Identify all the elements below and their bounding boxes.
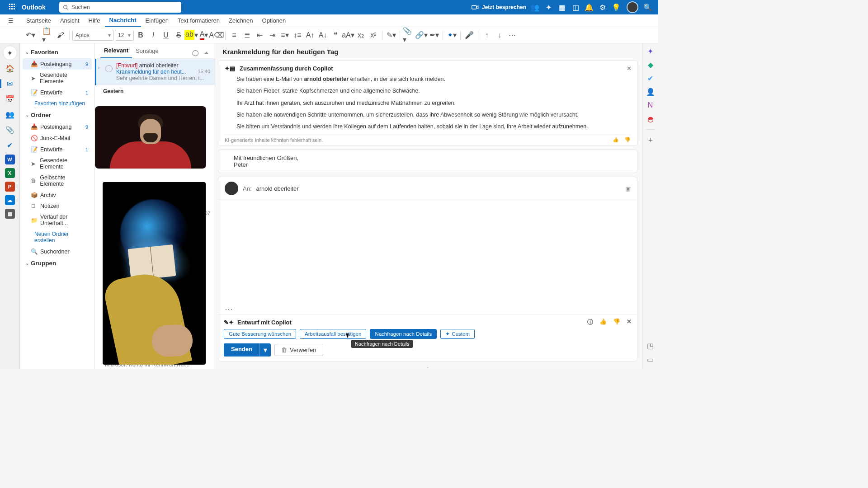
thumbs-down-icon[interactable]: 👎 — [613, 318, 620, 326]
notifications-icon[interactable]: 🔔 — [582, 0, 596, 14]
tab-nachricht[interactable]: Nachricht — [105, 14, 141, 27]
teams-icon[interactable]: 👥 — [528, 0, 542, 14]
select-checkbox[interactable] — [105, 65, 113, 72]
numbering-icon[interactable]: ≣ — [241, 29, 253, 41]
subscript-icon[interactable]: x₂ — [355, 29, 367, 41]
tab-zeichnen[interactable]: Zeichnen — [224, 14, 257, 27]
copilot-rail-icon[interactable]: ✦ — [3, 46, 17, 60]
folder-drafts[interactable]: 📝Entwürfe1 — [23, 144, 92, 155]
important-up-icon[interactable]: ↑ — [481, 29, 493, 41]
filter-icon[interactable]: ⫨ — [203, 49, 209, 56]
tab-einfuegen[interactable]: Einfügen — [141, 14, 173, 27]
quote-icon[interactable]: ❝ — [330, 29, 341, 41]
outdent-icon[interactable]: ⇤ — [254, 29, 265, 41]
tab-ansicht[interactable]: Ansicht — [56, 14, 84, 27]
tab-focused[interactable]: Relevant — [100, 47, 132, 58]
increase-font-icon[interactable]: A↑ — [304, 29, 316, 41]
format-painter-icon[interactable]: 🖌 — [55, 29, 66, 41]
add-app-icon[interactable]: ＋ — [646, 135, 656, 145]
fav-inbox[interactable]: 📥Posteingang9 — [23, 58, 92, 70]
folder-junk[interactable]: 🚫Junk-E-Mail — [23, 132, 92, 144]
discard-button[interactable]: 🗑Verwerfen — [274, 344, 323, 356]
collapse-handle-icon[interactable]: ⌄ — [216, 364, 639, 369]
highlight-icon[interactable]: ab▾ — [185, 29, 197, 41]
expand-thread-icon[interactable]: › — [98, 65, 99, 70]
change-case-icon[interactable]: aA▾ — [342, 29, 354, 41]
dictate-icon[interactable]: 🎤 — [463, 29, 475, 41]
indent-icon[interactable]: ⇥ — [266, 29, 278, 41]
add-favorite-link[interactable]: Favoriten hinzufügen — [21, 98, 94, 109]
onenote-side-icon[interactable]: N — [646, 100, 656, 110]
account-avatar[interactable] — [627, 1, 638, 13]
close-icon[interactable]: ✕ — [627, 65, 632, 72]
todo-side-icon[interactable]: ✔ — [646, 73, 656, 83]
link-icon[interactable]: 🔗▾ — [415, 29, 427, 41]
copilot-toolbar-icon[interactable]: ✦▾ — [446, 29, 458, 41]
signature-icon[interactable]: ✒▾ — [428, 29, 440, 41]
folder-sent[interactable]: ➤Gesendete Elemente — [23, 155, 92, 172]
groups-header[interactable]: Gruppen — [21, 257, 94, 269]
more-toolbar-icon[interactable]: ⋯ — [506, 29, 518, 41]
help-icon[interactable]: 💡 — [609, 0, 623, 14]
fav-drafts[interactable]: 📝Entwürfe1 — [23, 87, 92, 98]
message-item-selected[interactable]: › [Entwurf] arnold oberleiter Krankmeldu… — [95, 59, 215, 85]
more-dots-icon[interactable]: ⋯ — [218, 304, 637, 314]
chip-gute-besserung[interactable]: Gute Besserung wünschen — [224, 329, 296, 339]
calendar-day-icon[interactable]: ▦ — [555, 0, 569, 14]
font-color-icon[interactable]: A▾ — [198, 29, 210, 41]
app-launcher-icon[interactable] — [9, 4, 16, 11]
folder-archive[interactable]: 📦Archiv — [23, 189, 92, 201]
search-right-icon[interactable]: 🔍 — [641, 0, 655, 14]
tab-other[interactable]: Sonstige — [132, 47, 162, 58]
meet-now-label[interactable]: Jetzt besprechen — [482, 4, 526, 10]
thumbs-down-icon[interactable]: 👎 — [624, 137, 631, 143]
underline-icon[interactable]: U — [160, 29, 172, 41]
favorites-header[interactable]: Favoriten — [21, 46, 94, 58]
files-rail-icon[interactable]: 📎 — [3, 122, 17, 137]
sender-avatar[interactable] — [225, 182, 238, 195]
hamburger-icon[interactable]: ☰ — [3, 14, 19, 27]
info-icon[interactable]: ⓘ — [587, 318, 593, 326]
line-spacing-icon[interactable]: ↕≡ — [292, 29, 303, 41]
paste-icon[interactable]: 📋▾ — [42, 29, 54, 41]
align-icon[interactable]: ≡▾ — [279, 29, 291, 41]
folder-inbox[interactable]: 📥Posteingang9 — [23, 121, 92, 132]
new-folder-link[interactable]: Neuen Ordner erstellen — [21, 229, 94, 246]
chip-nachfragen-details[interactable]: Nachfragen nach Details — [370, 329, 437, 339]
home-rail-icon[interactable]: 🏠 — [3, 61, 17, 75]
send-button[interactable]: Senden ▾ — [224, 343, 271, 357]
important-down-icon[interactable]: ↓ — [494, 29, 505, 41]
search-folders[interactable]: 🔍Suchordner — [23, 246, 92, 257]
clear-format-icon[interactable]: A⌫ — [211, 29, 222, 41]
settings-icon[interactable]: ⚙ — [596, 0, 609, 14]
font-family-select[interactable]: Aptos▾ — [72, 30, 114, 41]
immersive-icon[interactable]: ▭ — [646, 354, 656, 364]
calendar-rail-icon[interactable]: 📅 — [3, 92, 17, 106]
send-dropdown-icon[interactable]: ▾ — [259, 343, 271, 357]
bold-icon[interactable]: B — [135, 29, 146, 41]
attach-icon[interactable]: 📎▾ — [403, 29, 415, 41]
tab-text-formatieren[interactable]: Text formatieren — [173, 14, 224, 27]
popout-icon[interactable]: ◳ — [646, 341, 656, 351]
decrease-font-icon[interactable]: A↓ — [317, 29, 329, 41]
folder-conversation-history[interactable]: 📁Verlauf der Unterhalt... — [23, 211, 92, 229]
font-size-select[interactable]: 12▾ — [115, 30, 134, 41]
italic-icon[interactable]: I — [147, 29, 159, 41]
fav-sent[interactable]: ➤Gesendete Elemente — [23, 70, 92, 87]
folder-deleted[interactable]: 🗑Gelöschte Elemente — [23, 172, 92, 189]
strike-icon[interactable]: S — [173, 29, 184, 41]
recipient-name[interactable]: arnold oberleiter — [256, 185, 299, 192]
folders-header[interactable]: Ordner — [21, 109, 94, 121]
address-book-icon[interactable]: ▣ — [625, 185, 631, 192]
todo-rail-icon[interactable]: ✔ — [3, 138, 17, 152]
word-app-icon[interactable]: W — [5, 155, 15, 164]
panel-icon[interactable]: ◫ — [569, 0, 582, 14]
bullets-icon[interactable]: ≡ — [228, 29, 240, 41]
meet-camera-icon[interactable] — [468, 0, 482, 14]
premium-icon[interactable]: ✦ — [542, 0, 555, 14]
global-search[interactable]: Suchen — [59, 2, 181, 13]
thumbs-up-icon[interactable]: 👍 — [613, 137, 619, 143]
thumbs-up-icon[interactable]: 👍 — [599, 318, 607, 326]
select-all-icon[interactable]: ◯ — [192, 49, 199, 56]
tab-hilfe[interactable]: Hilfe — [84, 14, 105, 27]
